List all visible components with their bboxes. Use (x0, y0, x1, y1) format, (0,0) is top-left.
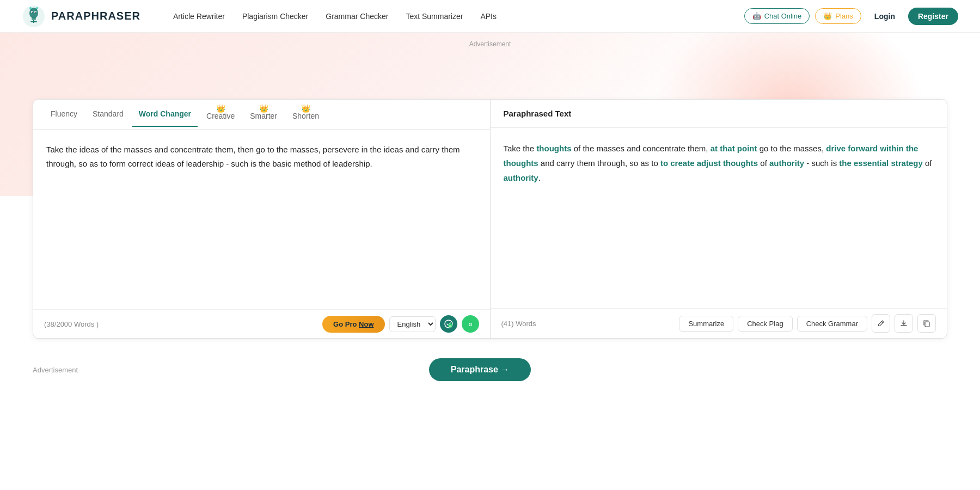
changed-word: thoughts (536, 144, 571, 153)
grammar-check-icon[interactable]: G (462, 315, 479, 333)
changed-word: at that point (710, 144, 757, 153)
download-icon (900, 320, 908, 327)
svg-point-4 (32, 11, 33, 13)
nav-article-rewriter[interactable]: Article Rewriter (173, 12, 225, 21)
unchanged-text: Take the (504, 144, 537, 153)
paraphrase-button[interactable]: Paraphrase → (429, 358, 531, 381)
changed-word: authority (769, 158, 804, 168)
unchanged-text: - such is (804, 158, 839, 168)
left-footer: (38/2000 Words ) Go Pro Now English G (33, 309, 490, 338)
edit-icon (877, 320, 885, 327)
editor-container: Fluency Standard Word Changer 👑 Creative… (33, 99, 947, 339)
plans-button[interactable]: 👑 Plans (815, 8, 861, 24)
nav-links: Article Rewriter Plagiarism Checker Gram… (173, 12, 744, 21)
word-count-label: (38/2000 Words ) (44, 320, 99, 328)
summarize-button[interactable]: Summarize (679, 316, 733, 332)
crown-icon-smarter: 👑 (259, 104, 268, 113)
nav-apis[interactable]: APIs (480, 12, 497, 21)
right-action-buttons: Summarize Check Plag Check Grammar (679, 314, 936, 333)
nav-text-summarizer[interactable]: Text Summarizer (406, 12, 463, 21)
svg-point-8 (29, 7, 32, 9)
main-content: Fluency Standard Word Changer 👑 Creative… (0, 83, 980, 350)
copy-icon-button[interactable] (917, 314, 936, 333)
nav-plagiarism-checker[interactable]: Plagiarism Checker (242, 12, 308, 21)
svg-text:G: G (449, 324, 452, 328)
nav-right: 🤖 Chat Online 👑 Plans Login Register (744, 8, 958, 25)
nav-grammar-checker[interactable]: Grammar Checker (326, 12, 388, 21)
right-panel-header: Paraphrased Text (491, 100, 947, 128)
right-panel: Paraphrased Text Take the thoughts of th… (491, 100, 947, 338)
spell-check-icon[interactable]: G (440, 315, 457, 333)
output-area: Take the thoughts of the masses and conc… (491, 128, 947, 308)
tab-smarter[interactable]: 👑 Smarter (243, 100, 284, 129)
unchanged-text: of (923, 158, 932, 168)
input-textarea[interactable] (33, 130, 490, 309)
unchanged-text: go to the masses, (757, 144, 826, 153)
login-button[interactable]: Login (867, 9, 903, 24)
changed-word: the essential strategy (839, 158, 922, 168)
go-pro-button[interactable]: Go Pro Now (322, 316, 384, 333)
check-plag-button[interactable]: Check Plag (738, 316, 792, 332)
logo-text: PARAPHRASER (51, 10, 140, 22)
unchanged-text: of the masses and concentrate them, (572, 144, 710, 153)
copy-icon (923, 320, 930, 327)
language-select[interactable]: English (389, 316, 436, 332)
register-button[interactable]: Register (908, 8, 958, 25)
tab-fluency[interactable]: Fluency (44, 102, 84, 127)
crown-icon-shorten: 👑 (301, 104, 310, 113)
check-grammar-button[interactable]: Check Grammar (797, 316, 867, 332)
chat-icon: 🤖 (752, 12, 761, 20)
chat-online-button[interactable]: 🤖 Chat Online (744, 8, 810, 24)
svg-text:G: G (468, 322, 472, 327)
unchanged-text: and carry them through, so as to (538, 158, 660, 168)
changed-word: to create adjust thoughts (660, 158, 758, 168)
tabs-bar: Fluency Standard Word Changer 👑 Creative… (33, 100, 490, 130)
svg-point-5 (35, 11, 36, 13)
edit-icon-button[interactable] (872, 314, 890, 333)
ad-label-bottom: Advertisement (33, 366, 78, 374)
bottom-bar: Advertisement Paraphrase → (0, 350, 980, 390)
tab-word-changer[interactable]: Word Changer (132, 102, 198, 127)
tab-shorten[interactable]: 👑 Shorten (286, 100, 326, 129)
tab-standard[interactable]: Standard (86, 102, 130, 127)
right-footer: (41) Words Summarize Check Plag Check Gr… (491, 308, 947, 338)
unchanged-text: . (538, 173, 541, 182)
svg-point-9 (36, 7, 38, 9)
svg-rect-10 (32, 17, 36, 20)
tab-creative[interactable]: 👑 Creative (200, 100, 241, 129)
crown-icon: 👑 (823, 12, 832, 20)
ad-banner-top: Advertisement (0, 33, 980, 50)
unchanged-text: of (758, 158, 769, 168)
logo[interactable]: PARAPHRASER (22, 4, 140, 28)
left-footer-right: Go Pro Now English G (322, 315, 479, 333)
crown-icon-creative: 👑 (216, 104, 225, 113)
output-word-count: (41) Words (501, 320, 536, 328)
changed-word: authority (504, 173, 538, 182)
logo-icon (22, 4, 46, 28)
svg-rect-18 (925, 322, 929, 327)
left-panel: Fluency Standard Word Changer 👑 Creative… (33, 100, 491, 338)
download-icon-button[interactable] (895, 314, 913, 333)
